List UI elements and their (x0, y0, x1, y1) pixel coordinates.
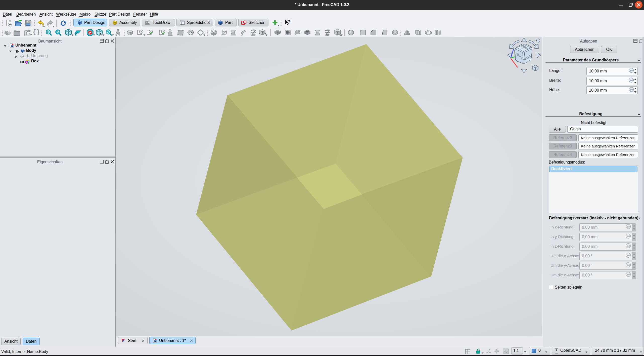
svg-text:f(x): f(x) (627, 264, 630, 266)
svg-text:f(x): f(x) (627, 225, 630, 228)
svg-text:f(x): f(x) (627, 245, 630, 247)
svg-text:f(x): f(x) (627, 273, 630, 276)
svg-text:f(x): f(x) (627, 235, 630, 238)
svg-text:f(x): f(x) (630, 88, 633, 91)
svg-text:f(x): f(x) (630, 69, 633, 72)
svg-text:f(x): f(x) (630, 79, 633, 82)
svg-text:f(x): f(x) (627, 254, 630, 257)
